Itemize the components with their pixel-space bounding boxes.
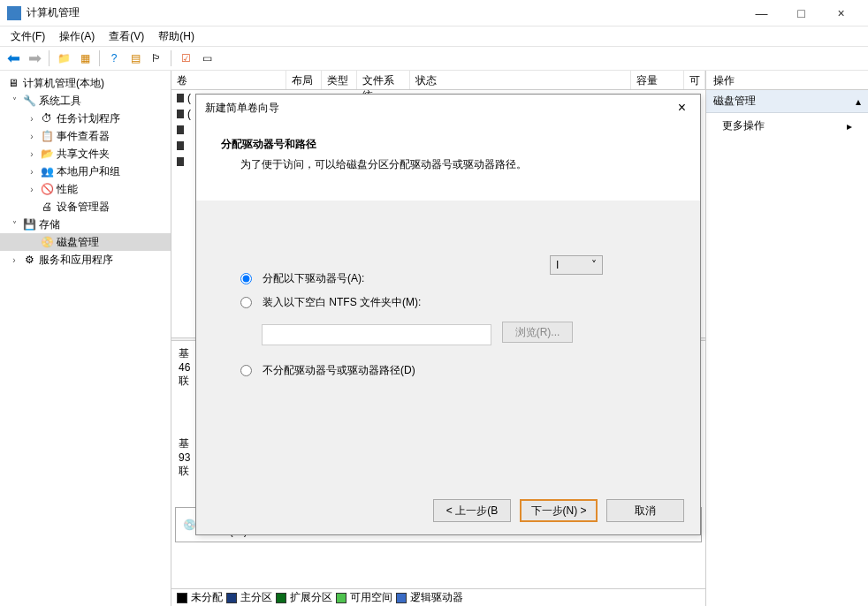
action-more-label: 更多操作 — [722, 118, 765, 133]
tree-performance[interactable]: › 🚫 性能 — [0, 180, 171, 198]
expand-icon[interactable]: › — [27, 132, 37, 141]
menu-file[interactable]: 文件(F) — [4, 29, 52, 44]
minimize-button[interactable]: — — [742, 0, 781, 27]
vol-stripe — [177, 110, 184, 118]
tree-label: 存储 — [39, 217, 60, 232]
toolbar-icon-3[interactable]: ▤ — [126, 49, 145, 68]
wizard-form: 分配以下驱动器号(A): 装入以下空白 NTFS 文件夹中(M): 浏览(R).… — [196, 201, 700, 413]
tree-root[interactable]: 🖥 计算机管理(本地) — [0, 74, 171, 92]
radio-no-assign[interactable]: 不分配驱动器号或驱动器路径(D) — [240, 363, 656, 378]
menu-help[interactable]: 帮助(H) — [151, 29, 202, 44]
legend-logical: 逻辑驱动器 — [410, 590, 463, 605]
col-status[interactable]: 状态 — [410, 71, 631, 89]
collapse-icon: ▴ — [856, 95, 861, 108]
menu-action[interactable]: 操作(A) — [52, 29, 102, 44]
toolbar-icon-6[interactable]: ▭ — [197, 49, 217, 68]
services-icon: ⚙ — [22, 253, 36, 267]
wizard-titlebar: 新建简单卷向导 × — [196, 95, 700, 121]
tree-services[interactable]: › ⚙ 服务和应用程序 — [0, 251, 171, 269]
tree-local-users[interactable]: › 👥 本地用户和组 — [0, 163, 171, 180]
radio-mount-folder-label: 装入以下空白 NTFS 文件夹中(M): — [263, 295, 421, 310]
drive-letter-select[interactable]: I ˅ — [550, 255, 603, 275]
toolbar-icon-4[interactable]: 🏳 — [147, 49, 166, 68]
tree-shared-folders[interactable]: › 📂 共享文件夹 — [0, 145, 171, 163]
legend-primary: 主分区 — [240, 590, 272, 605]
cancel-button[interactable]: 取消 — [606, 499, 684, 522]
device-icon: 🖨 — [40, 200, 54, 214]
legend-primary-icon — [226, 593, 237, 603]
expand-icon[interactable]: › — [9, 255, 19, 265]
chevron-down-icon: ˅ — [591, 259, 597, 271]
users-icon: 👥 — [40, 164, 54, 178]
drive-letter-value: I — [556, 259, 559, 271]
col-volume[interactable]: 卷 — [171, 71, 286, 89]
forward-icon: ➡ — [25, 49, 44, 68]
wizard-header-area: 分配驱动器号和路径 为了便于访问，可以给磁盘分区分配驱动器号或驱动器路径。 — [196, 121, 700, 201]
tree-label: 事件查看器 — [57, 129, 110, 144]
perf-icon: 🚫 — [40, 182, 54, 196]
window-title: 计算机管理 — [27, 5, 742, 20]
vol-stripe — [177, 125, 184, 134]
storage-icon: 💾 — [22, 217, 36, 231]
col-fs[interactable]: 文件系统 — [357, 71, 410, 89]
tree-label: 本地用户和组 — [57, 164, 120, 179]
collapse-icon[interactable]: ˅ — [9, 96, 19, 106]
col-free[interactable]: 可 — [684, 71, 705, 89]
toolbar-icon-2[interactable]: ▦ — [75, 49, 95, 68]
tree-system-tools[interactable]: ˅ 🔧 系统工具 — [0, 92, 171, 110]
wizard-desc: 为了便于访问，可以给磁盘分区分配驱动器号或驱动器路径。 — [221, 157, 675, 172]
computer-icon: 🖥 — [6, 76, 20, 90]
tree-label: 任务计划程序 — [57, 111, 120, 126]
legend-logical-icon — [396, 593, 407, 603]
tree-label: 系统工具 — [39, 94, 81, 109]
actions-panel: 操作 磁盘管理 ▴ 更多操作 ▸ — [706, 71, 868, 606]
nav-tree: 🖥 计算机管理(本地) ˅ 🔧 系统工具 › ⏱ 任务计划程序 › 📋 事件查看… — [0, 71, 171, 606]
menubar: 文件(F) 操作(A) 查看(V) 帮助(H) — [0, 27, 868, 46]
tree-device-manager[interactable]: 🖨 设备管理器 — [0, 198, 171, 216]
window-titlebar: 计算机管理 — □ × — [0, 0, 868, 27]
radio-mount-folder-input[interactable] — [240, 297, 252, 308]
col-capacity[interactable]: 容量 — [631, 71, 684, 89]
disk-icon: 📀 — [40, 235, 54, 249]
cdrom-icon: 💿 — [182, 518, 196, 532]
tree-event-viewer[interactable]: › 📋 事件查看器 — [0, 127, 171, 145]
col-type[interactable]: 类型 — [322, 71, 357, 89]
browse-button: 浏览(R)... — [502, 322, 573, 343]
tree-task-scheduler[interactable]: › ⏱ 任务计划程序 — [0, 110, 171, 127]
tree-disk-management[interactable]: 📀 磁盘管理 — [0, 233, 171, 251]
actions-section[interactable]: 磁盘管理 ▴ — [706, 90, 868, 113]
expand-icon[interactable]: › — [27, 185, 37, 194]
chevron-right-icon: ▸ — [847, 120, 852, 133]
maximize-button[interactable]: □ — [781, 0, 821, 27]
legend: 未分配 主分区 扩展分区 可用空间 逻辑驱动器 — [171, 588, 705, 606]
help-icon[interactable]: ? — [104, 49, 124, 68]
back-button[interactable]: < 上一步(B — [433, 499, 511, 522]
tree-label: 磁盘管理 — [57, 235, 99, 250]
radio-no-assign-label: 不分配驱动器号或驱动器路径(D) — [263, 363, 415, 378]
wizard-footer: < 上一步(B 下一步(N) > 取消 — [433, 499, 684, 522]
legend-free: 可用空间 — [350, 590, 392, 605]
radio-assign-letter-input[interactable] — [240, 273, 252, 284]
toolbar-icon-1[interactable]: 📁 — [54, 49, 73, 68]
radio-no-assign-input[interactable] — [240, 365, 252, 376]
vol-stripe — [177, 157, 184, 166]
toolbar-icon-5[interactable]: ☑ — [176, 49, 195, 68]
expand-icon[interactable]: › — [27, 149, 37, 159]
menu-view[interactable]: 查看(V) — [102, 29, 151, 44]
back-icon[interactable]: ⬅ — [4, 49, 23, 68]
collapse-icon[interactable]: ˅ — [9, 220, 19, 230]
separator — [49, 50, 49, 66]
legend-unalloc-icon — [177, 593, 187, 603]
mount-path-input — [262, 324, 491, 345]
close-button[interactable]: × — [821, 0, 861, 27]
wizard-close-button[interactable]: × — [673, 100, 691, 116]
tree-storage[interactable]: ˅ 💾 存储 — [0, 216, 171, 233]
next-button[interactable]: 下一步(N) > — [520, 499, 598, 522]
tree-root-label: 计算机管理(本地) — [23, 76, 104, 91]
expand-icon[interactable]: › — [27, 167, 37, 177]
col-layout[interactable]: 布局 — [286, 71, 322, 89]
radio-mount-folder[interactable]: 装入以下空白 NTFS 文件夹中(M): — [240, 295, 656, 310]
actions-header: 操作 — [706, 71, 868, 90]
action-more[interactable]: 更多操作 ▸ — [706, 113, 868, 139]
expand-icon[interactable]: › — [27, 114, 37, 124]
